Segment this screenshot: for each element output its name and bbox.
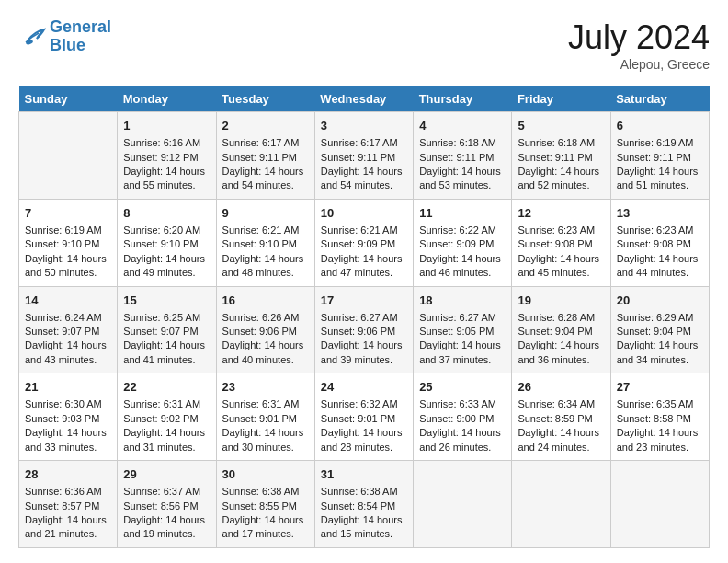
day-info: Sunset: 9:03 PM xyxy=(25,412,111,426)
day-info: and 44 minutes. xyxy=(617,266,703,280)
day-info: Sunset: 9:11 PM xyxy=(617,151,703,165)
week-row-3: 14Sunrise: 6:24 AMSunset: 9:07 PMDayligh… xyxy=(19,286,710,373)
day-info: Sunset: 9:09 PM xyxy=(321,237,407,251)
day-info: and 48 minutes. xyxy=(222,266,309,280)
day-info: Sunset: 9:12 PM xyxy=(123,151,210,165)
day-number: 30 xyxy=(222,466,309,483)
calendar-cell: 19Sunrise: 6:28 AMSunset: 9:04 PMDayligh… xyxy=(512,286,610,373)
calendar-cell: 23Sunrise: 6:31 AMSunset: 9:01 PMDayligh… xyxy=(216,373,314,461)
day-info: and 40 minutes. xyxy=(222,353,309,367)
day-number: 13 xyxy=(617,205,703,222)
day-info: Sunset: 9:10 PM xyxy=(25,237,111,251)
day-info: and 55 minutes. xyxy=(123,178,210,192)
day-info: Sunset: 9:06 PM xyxy=(222,325,309,339)
day-info: Sunrise: 6:38 AM xyxy=(321,485,407,499)
calendar-cell: 7Sunrise: 6:19 AMSunset: 9:10 PMDaylight… xyxy=(19,199,118,286)
day-info: and 41 minutes. xyxy=(123,353,210,367)
calendar-cell: 24Sunrise: 6:32 AMSunset: 9:01 PMDayligh… xyxy=(314,373,413,461)
day-info: Daylight: 14 hours xyxy=(321,513,407,527)
day-info: Daylight: 14 hours xyxy=(123,252,210,266)
day-info: Daylight: 14 hours xyxy=(25,513,111,527)
day-number: 11 xyxy=(419,205,506,222)
day-info: and 31 minutes. xyxy=(123,441,210,454)
day-info: Sunrise: 6:26 AM xyxy=(222,311,309,325)
day-info: Sunset: 8:57 PM xyxy=(25,500,111,513)
day-info: Sunset: 9:07 PM xyxy=(25,325,111,339)
calendar-cell: 18Sunrise: 6:27 AMSunset: 9:05 PMDayligh… xyxy=(414,286,512,373)
calendar-header-row: SundayMondayTuesdayWednesdayThursdayFrid… xyxy=(19,86,710,112)
day-info: Daylight: 14 hours xyxy=(419,426,506,440)
day-info: and 52 minutes. xyxy=(518,178,604,192)
day-number: 25 xyxy=(419,379,506,396)
day-info: Daylight: 14 hours xyxy=(518,165,604,178)
day-info: and 24 minutes. xyxy=(518,441,604,454)
calendar-cell: 12Sunrise: 6:23 AMSunset: 9:08 PMDayligh… xyxy=(512,199,610,286)
day-info: and 47 minutes. xyxy=(321,266,407,280)
day-info: Daylight: 14 hours xyxy=(419,165,506,178)
day-info: Sunrise: 6:21 AM xyxy=(222,224,309,237)
day-number: 21 xyxy=(25,379,111,396)
day-number: 23 xyxy=(222,379,309,396)
day-info: Daylight: 14 hours xyxy=(617,339,703,352)
day-info: Sunrise: 6:29 AM xyxy=(617,311,703,325)
day-number: 10 xyxy=(321,205,407,222)
day-info: Sunset: 9:07 PM xyxy=(123,325,210,339)
day-info: Sunrise: 6:19 AM xyxy=(25,224,111,237)
calendar-cell: 30Sunrise: 6:38 AMSunset: 8:55 PMDayligh… xyxy=(216,461,314,548)
day-info: and 30 minutes. xyxy=(222,441,309,454)
day-info: Daylight: 14 hours xyxy=(123,339,210,352)
day-number: 6 xyxy=(617,118,703,134)
calendar-cell: 1Sunrise: 6:16 AMSunset: 9:12 PMDaylight… xyxy=(118,112,216,200)
day-info: Daylight: 14 hours xyxy=(123,165,210,178)
day-info: Sunset: 9:08 PM xyxy=(617,237,703,251)
day-info: Daylight: 14 hours xyxy=(25,426,111,440)
calendar-cell xyxy=(610,461,709,548)
calendar-cell: 20Sunrise: 6:29 AMSunset: 9:04 PMDayligh… xyxy=(610,286,709,373)
day-number: 15 xyxy=(123,293,210,309)
day-info: Sunset: 8:59 PM xyxy=(518,412,604,426)
day-number: 5 xyxy=(518,118,604,134)
day-info: and 26 minutes. xyxy=(419,441,506,454)
day-info: and 54 minutes. xyxy=(222,178,309,192)
logo: General Blue xyxy=(18,18,111,55)
day-info: Sunrise: 6:27 AM xyxy=(419,311,506,325)
day-info: and 34 minutes. xyxy=(617,353,703,367)
calendar-cell: 28Sunrise: 6:36 AMSunset: 8:57 PMDayligh… xyxy=(19,461,118,548)
day-info: Daylight: 14 hours xyxy=(321,339,407,352)
day-info: Sunrise: 6:18 AM xyxy=(419,136,506,150)
month-year: July 2024 xyxy=(568,18,710,57)
day-info: Daylight: 14 hours xyxy=(222,252,309,266)
calendar-cell: 22Sunrise: 6:31 AMSunset: 9:02 PMDayligh… xyxy=(118,373,216,461)
day-info: Sunrise: 6:31 AM xyxy=(222,397,309,411)
day-info: Sunset: 9:00 PM xyxy=(419,412,506,426)
calendar-table: SundayMondayTuesdayWednesdayThursdayFrid… xyxy=(18,86,710,548)
calendar-cell xyxy=(512,461,610,548)
calendar-cell: 26Sunrise: 6:34 AMSunset: 8:59 PMDayligh… xyxy=(512,373,610,461)
day-info: Sunset: 9:05 PM xyxy=(419,325,506,339)
calendar-cell: 14Sunrise: 6:24 AMSunset: 9:07 PMDayligh… xyxy=(19,286,118,373)
day-number: 19 xyxy=(518,293,604,309)
logo-text: General Blue xyxy=(50,18,111,55)
week-row-2: 7Sunrise: 6:19 AMSunset: 9:10 PMDaylight… xyxy=(19,199,710,286)
day-info: Daylight: 14 hours xyxy=(617,252,703,266)
day-info: Daylight: 14 hours xyxy=(222,513,309,527)
day-info: and 45 minutes. xyxy=(518,266,604,280)
day-info: Sunrise: 6:27 AM xyxy=(321,311,407,325)
calendar-cell: 11Sunrise: 6:22 AMSunset: 9:09 PMDayligh… xyxy=(414,199,512,286)
day-info: Sunrise: 6:17 AM xyxy=(222,136,309,150)
logo-line2: Blue xyxy=(50,36,85,54)
day-info: Daylight: 14 hours xyxy=(518,252,604,266)
day-info: Sunrise: 6:38 AM xyxy=(222,485,309,499)
header-cell-thursday: Thursday xyxy=(414,86,512,112)
day-info: Sunrise: 6:34 AM xyxy=(518,397,604,411)
day-info: and 19 minutes. xyxy=(123,527,210,541)
day-info: and 23 minutes. xyxy=(617,441,703,454)
day-info: Sunset: 9:10 PM xyxy=(222,237,309,251)
logo-line1: General xyxy=(50,17,111,36)
calendar-cell: 13Sunrise: 6:23 AMSunset: 9:08 PMDayligh… xyxy=(610,199,709,286)
day-number: 17 xyxy=(321,293,407,309)
calendar-cell: 10Sunrise: 6:21 AMSunset: 9:09 PMDayligh… xyxy=(314,199,413,286)
day-info: and 51 minutes. xyxy=(617,178,703,192)
day-number: 7 xyxy=(25,205,111,222)
day-info: Daylight: 14 hours xyxy=(617,165,703,178)
